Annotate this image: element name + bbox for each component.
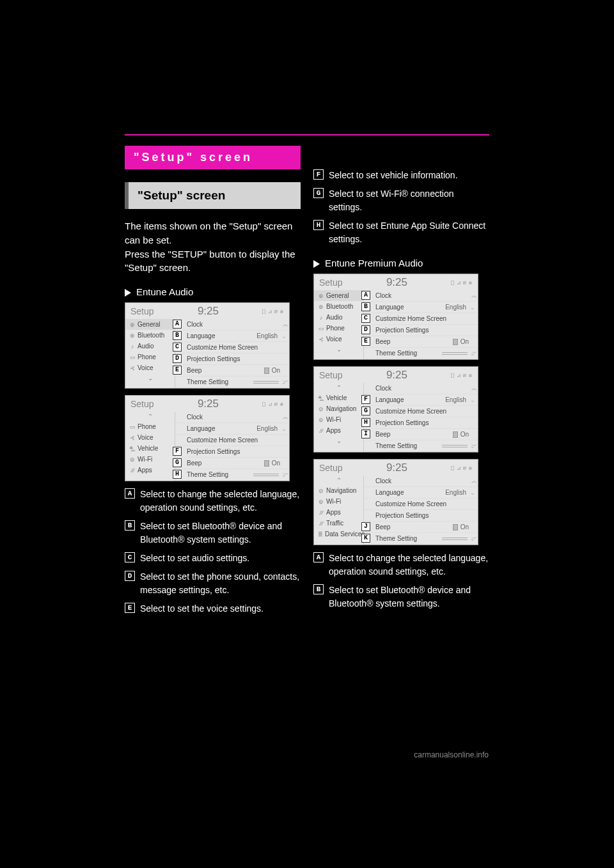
desc-text: Select to set Entune App Suite Connect s… [329, 219, 489, 246]
desc-text: Select to change the selected language, … [140, 488, 301, 515]
desc-text: Select to set the voice settings. [140, 602, 264, 616]
screenshot-right-1: Setup 9:25 ⎕ ⊿ ⎚ ⊗ ⊕General ⊗Bluetooth ♪… [313, 274, 478, 360]
desc-text: Select to set vehicle information. [329, 169, 458, 182]
desc-text: Select to set audio settings. [140, 552, 249, 565]
screenshot-right-2: Setup 9:25 ⎕ ⊿ ⎚ ⊗ ⌃ ⛍Vehicle ⊘Navigatio… [313, 366, 478, 453]
desc-text: Select to set the phone sound, contacts,… [140, 570, 301, 597]
shot-sidebar: ⌃ ▭Phone ⊰Voice ⛍Vehicle ⊚Wi-Fi ⫻Apps [125, 412, 175, 481]
letter-A: A [313, 552, 324, 562]
screenshot-left-1: Setup 9:25 ⎕ ⊿ ⎚ ⊗ ⊕General ⊗Bluetooth ♪… [125, 302, 290, 389]
screenshot-right-3: Setup 9:25 ⎕ ⊿ ⎚ ⊗ ⌃ ⊘Navigation ⊚Wi-Fi … [313, 459, 478, 545]
desc-list-right-top: FSelect to set vehicle information. GSel… [313, 169, 489, 246]
desc-list-left: ASelect to change the selected language,… [125, 488, 301, 616]
section-intro: The items shown on the "Setup" screen ca… [125, 219, 301, 275]
letter-E: E [125, 603, 135, 613]
section-title-bar: "Setup" screen [125, 146, 301, 169]
desc-text: Select to set Bluetooth® device and Blue… [329, 584, 489, 610]
desc-text: Select to set Bluetooth® device and Blue… [140, 520, 301, 546]
letter-H: H [313, 220, 324, 230]
left-column: "Setup" screen "Setup" screen The items … [125, 146, 301, 621]
subtype-entune-audio: Entune Audio [125, 286, 301, 297]
shot-clock: 9:25 [198, 398, 219, 410]
letter-B: B [313, 584, 324, 594]
letter-D: D [125, 571, 135, 581]
shot-main: AClock BLanguageEnglish⌄ CCustomize Home… [175, 319, 289, 388]
letter-F: F [313, 169, 324, 180]
triangle-icon [125, 289, 131, 297]
subtype-label: Entune Premium Audio [325, 258, 423, 268]
shot-title: Setup [130, 399, 154, 409]
desc-list-right-bottom: ASelect to change the selected language,… [313, 552, 489, 610]
triangle-icon [313, 260, 320, 268]
shot-sidebar: ⊕General ⊗Bluetooth ♪Audio ▭Phone ⊰Voice… [125, 319, 175, 388]
subtype-label: Entune Audio [136, 286, 193, 297]
shot-title: Setup [130, 306, 154, 316]
letter-A: A [125, 488, 135, 499]
screenshot-left-2: Setup 9:25 ⎕ ⊿ ⎚ ⊗ ⌃ ▭Phone ⊰Voice ⛍Vehi… [125, 395, 290, 481]
right-column: FSelect to set vehicle information. GSel… [313, 146, 489, 621]
desc-text: Select to set Wi-Fi® connection settings… [329, 187, 489, 214]
section-sub-header: "Setup" screen [125, 182, 301, 209]
page-accent-rule [125, 134, 489, 136]
footer-watermark: carmanualsonline.info [414, 750, 489, 759]
shot-status-icons: ⎕ ⊿ ⎚ ⊗ [262, 309, 284, 314]
subtype-entune-premium: Entune Premium Audio [313, 258, 489, 268]
page-columns: "Setup" screen "Setup" screen The items … [0, 0, 614, 621]
desc-text: Select to change the selected language, … [329, 552, 489, 578]
shot-clock: 9:25 [198, 305, 219, 318]
letter-G: G [313, 188, 324, 198]
shot-main: Clock LanguageEnglish⌄ Customize Home Sc… [175, 412, 289, 481]
letter-B: B [125, 520, 135, 531]
shot-status-icons: ⎕ ⊿ ⎚ ⊗ [262, 401, 284, 407]
letter-C: C [125, 552, 135, 562]
